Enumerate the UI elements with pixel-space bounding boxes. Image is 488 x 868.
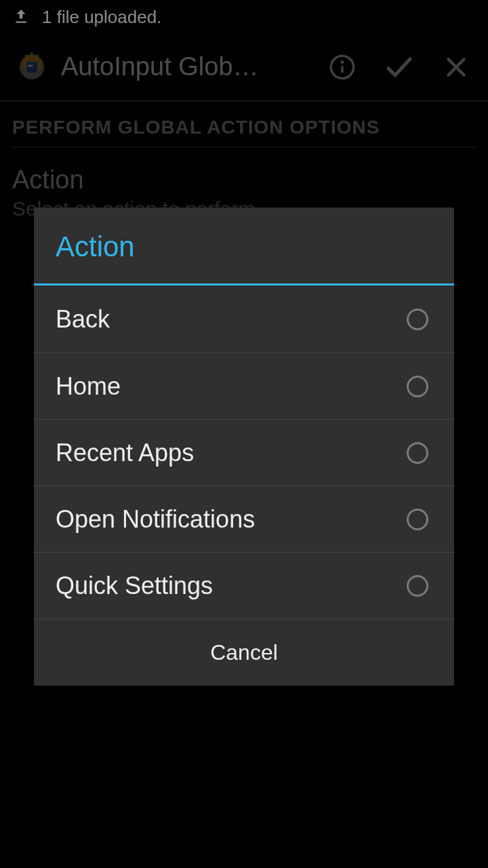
dialog-option-recent-apps[interactable]: Recent Apps — [34, 420, 454, 486]
dialog-option-quick-settings[interactable]: Quick Settings — [34, 553, 454, 619]
option-label: Open Notifications — [56, 505, 255, 534]
radio-icon — [407, 442, 428, 464]
radio-icon — [407, 376, 428, 397]
option-label: Home — [56, 372, 121, 401]
dialog-option-back[interactable]: Back — [34, 285, 454, 353]
radio-icon — [407, 309, 428, 330]
dialog-option-home[interactable]: Home — [34, 353, 454, 420]
option-label: Back — [56, 305, 110, 334]
dialog-option-open-notifications[interactable]: Open Notifications — [34, 486, 454, 553]
radio-icon — [407, 575, 428, 597]
dialog-option-list: Back Home Recent Apps Open Notifications… — [34, 285, 454, 619]
option-label: Recent Apps — [56, 439, 194, 467]
option-label: Quick Settings — [56, 572, 213, 600]
action-dialog: Action Back Home Recent Apps Open Notifi… — [34, 208, 454, 686]
dialog-title: Action — [34, 208, 454, 285]
radio-icon — [407, 509, 428, 530]
cancel-button[interactable]: Cancel — [34, 619, 454, 686]
